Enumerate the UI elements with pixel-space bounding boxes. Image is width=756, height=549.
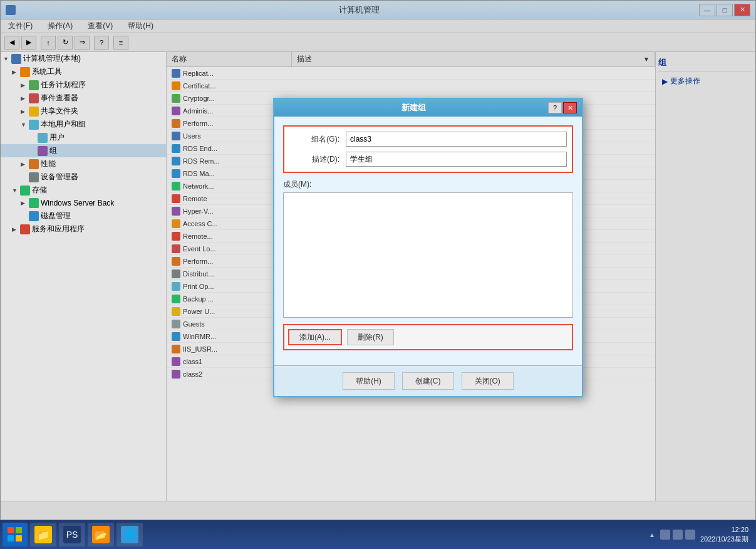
dialog-close-button[interactable]: 关闭(O) bbox=[462, 372, 514, 390]
network-icon: 🌐 bbox=[121, 526, 138, 543]
desc-label: 描述(D): bbox=[289, 154, 339, 165]
add-remove-row: 添加(A)... 删除(R) bbox=[283, 324, 573, 350]
powershell-icon: PS bbox=[63, 526, 81, 543]
create-button[interactable]: 创建(C) bbox=[402, 372, 454, 390]
win-logo-blue bbox=[8, 535, 14, 541]
modal-title-bar: 新建组 ? ✕ bbox=[274, 99, 582, 117]
clock-date: 2022/10/23星期 bbox=[700, 535, 748, 544]
modal-close-button[interactable]: ✕ bbox=[563, 102, 577, 113]
security-tray-icon bbox=[685, 530, 695, 540]
members-list bbox=[283, 192, 573, 318]
clock-time: 12:20 bbox=[700, 525, 748, 535]
file-manager-icon: 📁 bbox=[34, 526, 52, 543]
modal-title: 新建组 bbox=[279, 102, 548, 113]
desc-input[interactable] bbox=[346, 152, 567, 167]
remove-member-button[interactable]: 删除(R) bbox=[347, 329, 394, 345]
modal-overlay: 新建组 ? ✕ 组名(G): 描述(D): 成员(M): bbox=[0, 0, 756, 520]
modal-footer: 帮助(H) 创建(C) 关闭(O) bbox=[274, 365, 582, 396]
system-tray-arrow[interactable]: ▲ bbox=[649, 531, 655, 538]
new-group-dialog: 新建组 ? ✕ 组名(G): 描述(D): 成员(M): bbox=[273, 98, 583, 397]
group-name-input[interactable] bbox=[346, 132, 567, 147]
taskbar: 📁 PS 📂 🌐 ▲ 12:20 2022/10/23星期 bbox=[0, 520, 756, 549]
network-tray-icon bbox=[660, 530, 670, 540]
folder-icon: 📂 bbox=[92, 526, 110, 543]
taskbar-app-powershell[interactable]: PS bbox=[59, 523, 85, 546]
desc-row: 描述(D): bbox=[289, 152, 567, 167]
group-name-label: 组名(G): bbox=[289, 134, 339, 145]
windows-logo bbox=[8, 527, 23, 542]
volume-tray-icon bbox=[673, 530, 683, 540]
modal-help-button[interactable]: ? bbox=[548, 102, 562, 113]
win-logo-yellow bbox=[16, 535, 22, 541]
group-name-row: 组名(G): bbox=[289, 132, 567, 147]
help-footer-button[interactable]: 帮助(H) bbox=[343, 372, 395, 390]
taskbar-app-file-manager[interactable]: 📁 bbox=[30, 523, 56, 546]
win-logo-red bbox=[8, 527, 14, 533]
start-button[interactable] bbox=[3, 523, 28, 546]
members-label: 成员(M): bbox=[283, 179, 573, 190]
taskbar-right: ▲ 12:20 2022/10/23星期 bbox=[649, 525, 753, 545]
system-clock[interactable]: 12:20 2022/10/23星期 bbox=[700, 525, 748, 545]
taskbar-app-folder[interactable]: 📂 bbox=[88, 523, 114, 546]
system-tray-icons bbox=[660, 530, 695, 540]
modal-body: 组名(G): 描述(D): 成员(M): 添加(A)... 删除(R) bbox=[274, 117, 582, 365]
win-logo-green bbox=[16, 527, 22, 533]
add-member-button[interactable]: 添加(A)... bbox=[288, 329, 342, 345]
modal-controls: ? ✕ bbox=[548, 102, 577, 113]
taskbar-app-network[interactable]: 🌐 bbox=[117, 523, 143, 546]
